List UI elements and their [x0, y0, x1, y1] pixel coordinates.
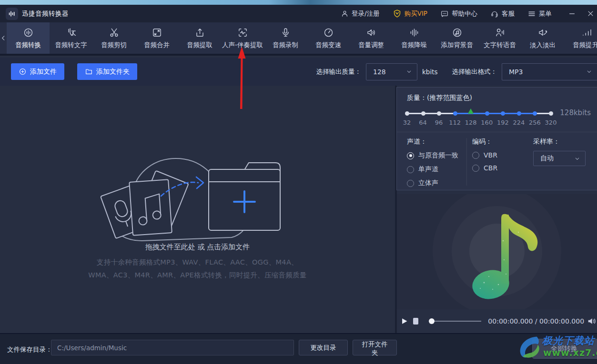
tab-label: 音频降噪 [401, 41, 427, 49]
slider-tick-32[interactable] [405, 111, 409, 116]
channel-option-3[interactable]: 立体声 [407, 179, 458, 187]
quality-unit-label: kbits [422, 68, 437, 76]
tab-background-music[interactable]: 添加背景音 [435, 22, 478, 54]
convert-all-button[interactable]: 全部转换 [532, 339, 597, 359]
help-center-button[interactable]: 帮助中心 [440, 10, 477, 18]
slider-tick-label: 32 [403, 119, 411, 126]
tab-label: 音频变速 [315, 41, 341, 49]
tab-audio-extract[interactable]: 音频提取 [178, 22, 221, 54]
audio-to-text-icon [66, 27, 77, 38]
encoding-option-1[interactable]: VBR [472, 151, 497, 159]
channel-option-2[interactable]: 单声道 [407, 165, 458, 174]
radio-unselected-icon [472, 165, 479, 172]
tab-vocal-separation[interactable]: 人声-伴奏提取 [221, 22, 264, 54]
stop-button[interactable] [413, 318, 418, 325]
add-file-button[interactable]: 添加文件 [11, 63, 64, 80]
column-divider [466, 138, 467, 186]
tab-label: 人声-伴奏提取 [222, 41, 263, 49]
audio-convert-icon [23, 27, 34, 38]
tab-audio-denoise[interactable]: 音频降噪 [393, 22, 435, 54]
file-actions-row: 添加文件 添加文件夹 选择输出质量： 128 kbits 选择输出格式： MP3 [0, 58, 597, 86]
chevron-down-icon [406, 69, 412, 75]
encoding-label: 编码： [472, 138, 497, 146]
encoding-option-label: VBR [484, 151, 497, 159]
slider-tick-320[interactable] [549, 111, 553, 116]
tab-label: 添加背景音 [441, 41, 473, 49]
quality-settings-box: 质量：(推荐范围蓝色) 128kbits 3264961121281601922… [396, 87, 597, 190]
fade-in-out-icon [537, 27, 548, 38]
radio-unselected-icon [472, 152, 479, 159]
close-button[interactable] [587, 10, 594, 17]
audio-cut-icon [109, 27, 120, 38]
slider-tick-96[interactable] [437, 111, 441, 116]
play-button[interactable] [402, 317, 407, 325]
tab-audio-to-text[interactable]: 音频转文字 [50, 22, 92, 54]
hamburger-menu-icon [527, 10, 536, 18]
tab-scroll-left-button[interactable] [0, 22, 7, 54]
channel-option-1[interactable]: 与原音频一致 [407, 151, 458, 160]
tab-text-to-speech[interactable]: 文字转语音 [478, 22, 521, 54]
audio-speed-icon [323, 27, 334, 38]
tab-audio-enhance[interactable]: 音频提升 [564, 22, 597, 54]
background-music-icon [452, 27, 463, 38]
minimize-button[interactable] [568, 10, 576, 17]
titlebar: 迅捷音频转换器 登录/注册 购买VIP 帮助中心 [0, 5, 597, 22]
customer-service-button[interactable]: 客服 [490, 10, 515, 18]
tab-audio-merge[interactable]: 音频合并 [135, 22, 178, 54]
encoding-group: 编码： VBRCBR [472, 138, 497, 172]
slider-tick-112[interactable] [453, 111, 457, 116]
file-drop-zone[interactable]: 拖拽文件至此处 或 点击添加文件 支持十余种音频格式MP3、WAV、FLAC、A… [0, 86, 395, 333]
tab-label: 音频转换 [15, 41, 41, 49]
tab-label: 音频合并 [144, 41, 170, 49]
album-art-panel [397, 194, 597, 309]
slider-tick-64[interactable] [421, 111, 425, 116]
login-register-button[interactable]: 登录/注册 [341, 10, 380, 18]
seek-slider[interactable] [429, 318, 482, 324]
bottom-bar: 文件保存目录： 更改目录 打开文件夹 全部转换 [0, 333, 597, 364]
plus-circle-icon [19, 68, 27, 76]
app-title: 迅捷音频转换器 [22, 10, 69, 18]
slider-current-marker[interactable] [468, 108, 474, 114]
radio-selected-icon [407, 152, 414, 159]
menu-button[interactable]: 菜单 [527, 10, 552, 18]
headset-icon [490, 10, 499, 18]
channel-option-label: 立体声 [418, 179, 438, 187]
buy-vip-button[interactable]: 购买VIP [393, 9, 427, 18]
tab-label: 音量调整 [358, 41, 384, 49]
add-folder-button[interactable]: 添加文件夹 [77, 63, 137, 80]
slider-tick-224[interactable] [517, 111, 521, 116]
output-quality-select[interactable]: 128 [366, 63, 417, 80]
tab-label: 文字转语音 [484, 41, 516, 49]
sample-rate-select[interactable]: 自动 [533, 151, 586, 166]
slider-tick-256[interactable] [533, 111, 537, 116]
audio-extract-icon [194, 27, 205, 38]
app-logo-icon [6, 8, 18, 20]
dropzone-illustration [86, 143, 310, 257]
sample-rate-group: 采样率： 自动 [533, 138, 586, 166]
output-format-select[interactable]: MP3 [502, 63, 597, 80]
change-dir-button[interactable]: 更改目录 [299, 340, 348, 355]
open-folder-button[interactable]: 打开文件夹 [353, 340, 397, 355]
seek-track [429, 321, 482, 322]
quality-slider[interactable]: 128kbits 326496112128160192224256320 [407, 107, 591, 131]
slider-tick-160[interactable] [485, 111, 489, 116]
settings-panel: 质量：(推荐范围蓝色) 128kbits 3264961121281601922… [397, 86, 597, 333]
tab-audio-cut[interactable]: 音频剪切 [92, 22, 135, 54]
chevron-down-icon [574, 156, 580, 162]
tab-audio-speed[interactable]: 音频变速 [307, 22, 350, 54]
slider-tick-192[interactable] [501, 111, 505, 116]
volume-icon[interactable] [588, 316, 597, 326]
tab-audio-record[interactable]: 音频录制 [264, 22, 307, 54]
tab-label: 音频提升 [573, 41, 597, 49]
audio-denoise-icon [409, 27, 420, 38]
tab-volume-adjust[interactable]: 音量调整 [350, 22, 393, 54]
encoding-option-2[interactable]: CBR [472, 164, 497, 172]
seek-knob[interactable] [429, 318, 435, 324]
tab-audio-convert[interactable]: 音频转换 [7, 22, 50, 54]
feature-tab-bar: 音频转换音频转文字音频剪切音频合并音频提取人声-伴奏提取音频录制音频变速音量调整… [0, 22, 597, 56]
tab-label: 音频录制 [273, 41, 298, 49]
slider-tick-label: 224 [513, 119, 525, 126]
audio-merge-icon [152, 27, 162, 38]
save-dir-input[interactable] [51, 340, 294, 355]
tab-fade-in-out[interactable]: 淡入淡出 [521, 22, 564, 54]
